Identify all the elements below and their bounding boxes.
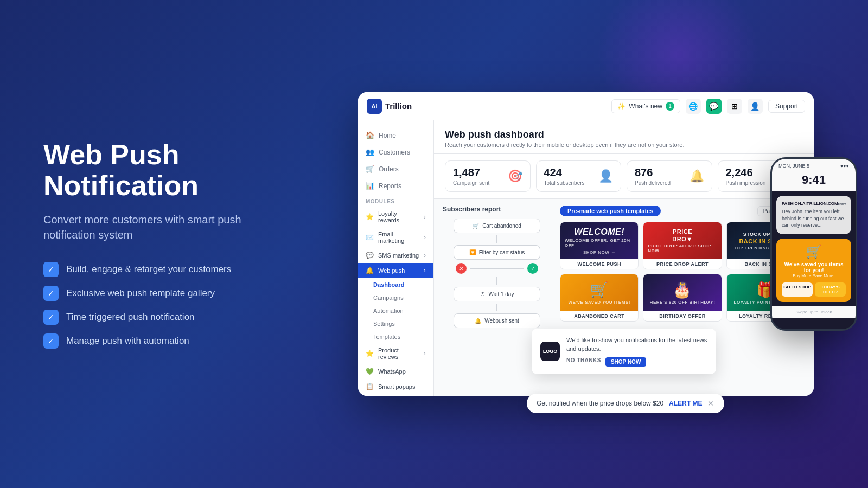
alert-close-button[interactable]: ✕: [707, 399, 714, 408]
sidebar-web-push[interactable]: 🔔 Web push: [358, 263, 433, 278]
sidebar-smart-popups[interactable]: 📋 Smart popups: [358, 379, 433, 394]
sms-icon: 💬: [366, 252, 374, 259]
sidebar-loyalty-rewards[interactable]: ⭐ Loyalty rewards: [358, 207, 433, 227]
phone-day: MON, JUNE 5: [778, 163, 809, 169]
phone-bottom: Swipe up to unlock: [772, 306, 856, 318]
loyalty-icon: ⭐: [366, 213, 374, 221]
sidebar-item-home[interactable]: 🏠 Home: [358, 127, 433, 144]
sub-heading: Convert more customers with smart push n…: [43, 212, 271, 242]
templates-grid: Welcome! Welcome Offer: Get 25% OFF Shop…: [560, 222, 805, 322]
sidebar-item-reports[interactable]: 📊 Reports: [358, 177, 433, 194]
go-to-shop-button[interactable]: GO TO SHOP: [782, 282, 813, 297]
flow-node-filter: 🔽 Filter by cart status: [454, 245, 540, 260]
template-price-drop[interactable]: PRICE DRO▼ Price Drop Alert! Shop Now PR…: [643, 222, 722, 269]
support-button[interactable]: Support: [768, 100, 805, 113]
filter-icon: 🔽: [469, 249, 476, 255]
template-abandoned-cart[interactable]: 🛒 We've saved you items! ABANDONED CART: [560, 274, 639, 322]
sidebar-settings[interactable]: Settings: [358, 317, 433, 330]
phone-mockup: MON, JUNE 5 ●●● 9:41 FASHION.AITRILLION.…: [770, 157, 857, 331]
alert-me-button[interactable]: ALERT ME: [669, 400, 702, 407]
main-content: Web push dashboard Reach your customers …: [434, 120, 814, 396]
template-birthday[interactable]: 🎂 Here's $20 OFF Birthday! BIRTHDAY OFFE…: [643, 274, 722, 322]
feature-list: ✓ Build, engage & retarget your customer…: [43, 262, 271, 349]
left-section: Web Push Notification Convert more custo…: [0, 107, 304, 381]
sidebar-whatsapp[interactable]: 💚 WhatsApp: [358, 364, 433, 379]
right-section: Ai Trillion ✨ What's new 1 🌐 💬 ⊞ 👤 Suppo…: [304, 81, 868, 407]
check-icon-1: ✓: [43, 262, 59, 277]
flow-connector-2: [496, 277, 497, 285]
reports-icon: 📊: [366, 182, 374, 190]
whats-new-button[interactable]: ✨ What's new 1: [611, 99, 680, 113]
sparkle-icon: ✨: [617, 102, 626, 110]
sidebar-campaigns[interactable]: Campaigns: [358, 291, 433, 304]
dashboard-header: Web push dashboard Reach your customers …: [434, 120, 814, 154]
stat-push-delivered: 876 Push delivered 🔔: [627, 160, 712, 192]
chat-icon[interactable]: 💬: [706, 99, 722, 114]
sidebar-sms-marketing[interactable]: 💬 SMS marketing: [358, 248, 433, 263]
modules-label: MODULES: [358, 194, 433, 207]
app-body: 🏠 Home 👥 Customers 🛒 Orders 📊 Reports MO…: [358, 120, 814, 396]
app-header: Ai Trillion ✨ What's new 1 🌐 💬 ⊞ 👤 Suppo…: [358, 92, 814, 120]
phone-cart-card: 🛒 We've saved you items for you! Buy Mor…: [776, 239, 851, 302]
campaign-icon: 🎯: [508, 169, 522, 183]
phone-signal: ●●●: [840, 163, 849, 169]
stat-total-subscribers: 424 Total subscribers 👤: [536, 160, 622, 192]
dashboard-subtitle: Reach your customers directly to their m…: [445, 142, 803, 148]
phone-cart-icon: 🛒: [782, 244, 846, 259]
phone-time: 9:41: [772, 171, 856, 191]
price-alert-bar: Get notified when the price drops below …: [527, 394, 724, 413]
main-heading: Web Push Notification: [43, 139, 271, 201]
check-icon-3: ✓: [43, 310, 59, 325]
notif-actions: NO THANKS SHOP NOW: [566, 357, 707, 367]
subscribers-icon: 👤: [598, 169, 613, 183]
sidebar-dashboard[interactable]: Dashboard: [358, 278, 433, 291]
phone-status-bar: MON, JUNE 5 ●●●: [772, 159, 856, 171]
stats-row: 1,487 Campaign sent 🎯 424 Total subscrib…: [434, 154, 814, 199]
dashboard-title: Web push dashboard: [445, 129, 803, 140]
customers-icon: 👥: [366, 148, 374, 156]
sidebar-item-customers[interactable]: 👥 Customers: [358, 144, 433, 160]
subscribers-title: Subscribers report: [443, 206, 551, 213]
reviews-icon: ⭐: [366, 350, 374, 357]
phone-notification-card: FASHION.AITRILLION.COM new Hey John, the…: [776, 196, 851, 234]
shop-now-button[interactable]: SHOP NOW: [605, 357, 646, 367]
notif-logo: LOGO: [540, 342, 560, 361]
popups-icon: 📋: [366, 383, 374, 390]
avatar-icon[interactable]: 👤: [748, 99, 763, 114]
app-logo: Ai Trillion: [367, 99, 412, 114]
feature-item-2: ✓ Exclusive web push template gallery: [43, 286, 271, 301]
logo-box: Ai: [367, 99, 382, 114]
flow-connector-3: [496, 304, 497, 311]
todays-offer-button[interactable]: TODAY'S OFFER: [815, 282, 846, 297]
webpush-flow-icon: 🔔: [475, 318, 481, 324]
delivered-icon: 🔔: [690, 169, 704, 183]
translate-icon[interactable]: 🌐: [686, 99, 701, 114]
sidebar-templates[interactable]: Templates: [358, 330, 433, 343]
flow-connector-1: [496, 235, 497, 243]
flow-diagram: 🛒 Cart abandoned 🔽 Filter by cart status…: [443, 219, 551, 328]
feature-item-1: ✓ Build, engage & retarget your customer…: [43, 262, 271, 277]
no-thanks-button[interactable]: NO THANKS: [566, 357, 601, 367]
flow-node-webpush: 🔔 Webpush sent: [454, 313, 540, 328]
templates-header: Pre-made web push templates Past 7 days …: [560, 206, 805, 216]
orders-icon: 🛒: [366, 165, 374, 173]
app-window: Ai Trillion ✨ What's new 1 🌐 💬 ⊞ 👤 Suppo…: [358, 92, 814, 396]
feature-item-4: ✓ Manage push with automation: [43, 333, 271, 349]
wait-icon: ⏱: [480, 291, 486, 297]
sidebar-item-orders[interactable]: 🛒 Orders: [358, 160, 433, 177]
templates-badge: Pre-made web push templates: [560, 206, 661, 216]
status-error-dot: ✕: [456, 263, 467, 274]
phone-cart-btns: GO TO SHOP TODAY'S OFFER: [782, 282, 846, 297]
sidebar-email-marketing[interactable]: ✉️ Email marketing: [358, 227, 433, 248]
header-actions: ✨ What's new 1 🌐 💬 ⊞ 👤 Support: [611, 99, 805, 114]
sidebar-product-reviews[interactable]: ⭐ Product reviews: [358, 343, 433, 364]
flow-node-cart: 🛒 Cart abandoned: [454, 219, 540, 233]
template-welcome[interactable]: Welcome! Welcome Offer: Get 25% OFF Shop…: [560, 222, 639, 269]
sidebar-product-recom[interactable]: 🔁 Product recom...: [358, 394, 433, 396]
stat-campaign-sent: 1,487 Campaign sent 🎯: [445, 160, 531, 192]
price-alert-text: Get notified when the price drops below …: [537, 400, 663, 407]
sidebar-automation[interactable]: Automation: [358, 304, 433, 317]
notif-content: We'd like to show you notifications for …: [566, 336, 707, 367]
phone-notif-time: new: [838, 201, 846, 206]
grid-icon[interactable]: ⊞: [727, 99, 742, 114]
